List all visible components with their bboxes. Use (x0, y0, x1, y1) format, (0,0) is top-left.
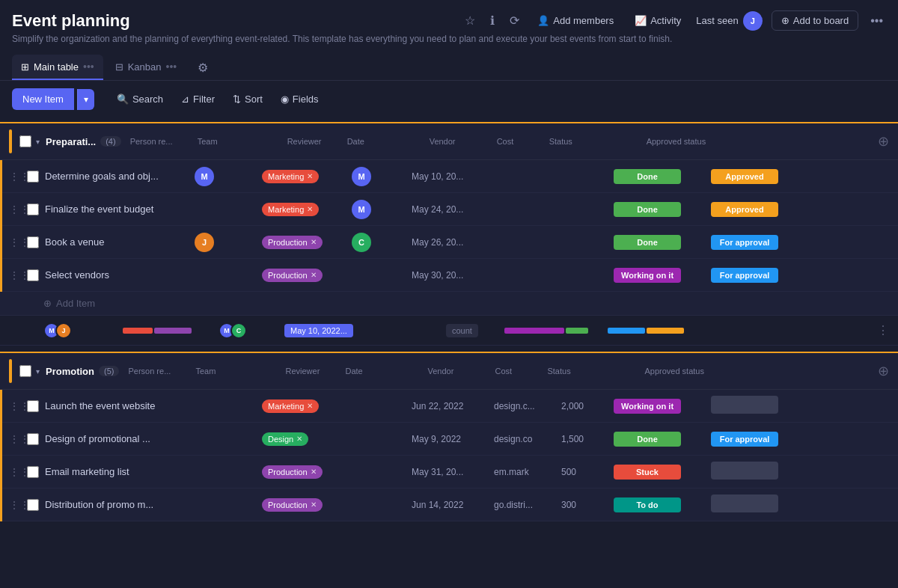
tag-remove-icon[interactable]: ✕ (311, 238, 317, 246)
row-checkbox[interactable] (27, 433, 39, 445)
row-task-name: Distribution of promo m... (45, 499, 195, 510)
team-tag-production: Production ✕ (262, 269, 323, 282)
team-tag-design: Design ✕ (262, 432, 308, 446)
activity-btn[interactable]: 📈 Activity (629, 12, 687, 29)
add-members-btn[interactable]: 👤 Add members (531, 12, 620, 29)
tab-main-table[interactable]: ⊞ Main table ••• (12, 55, 103, 80)
app-title-row: Event planning ☆ ℹ ⟳ 👤 Add members 📈 Act… (12, 10, 886, 31)
approved-badge-forapproval: For approval (711, 268, 778, 283)
promotion-group-checkbox[interactable] (19, 365, 31, 377)
preparation-chevron[interactable]: ▾ (36, 138, 40, 146)
drag-handle-icon[interactable]: ⋮⋮ (9, 236, 27, 248)
drag-handle-icon[interactable]: ⋮⋮ (9, 466, 27, 478)
team-tag-production: Production ✕ (262, 236, 323, 249)
tag-remove-icon[interactable]: ✕ (307, 402, 313, 410)
preparation-section: ▾ Preparati... (4) Person re... Team Rev… (0, 122, 898, 346)
row-status: Done (614, 235, 711, 250)
row-status: Done (614, 432, 711, 447)
promo-add-column-btn[interactable]: ⊕ (878, 363, 889, 379)
search-icon: 🔍 (117, 94, 129, 105)
kanban-icon: ⊟ (115, 61, 123, 73)
drag-handle-icon[interactable]: ⋮⋮ (9, 400, 27, 412)
preparation-group-checkbox[interactable] (19, 135, 31, 147)
approved-badge-approved: Approved (711, 169, 778, 184)
star-icon-btn[interactable]: ☆ (462, 10, 478, 31)
row-task-name: Select vendors (45, 269, 195, 281)
col-header-vendor: Vendor (427, 137, 494, 146)
new-item-dropdown-btn[interactable]: ▾ (77, 89, 94, 110)
preparation-summary-row: M J M C May 10, 2022... count (0, 316, 898, 346)
app-title: Event planning (12, 11, 130, 31)
summary-avatar-j: J (55, 322, 72, 339)
table-row: ⋮⋮ Determine goals and obj... M Marketin… (0, 160, 898, 193)
settings-btn[interactable]: ⚙ (195, 58, 211, 78)
more-options-btn[interactable]: ••• (867, 11, 886, 31)
row-checkbox[interactable] (27, 400, 39, 412)
tab-kanban-dots[interactable]: ••• (166, 61, 177, 73)
drag-handle-icon[interactable]: ⋮⋮ (9, 269, 27, 281)
sort-icon: ⇅ (233, 94, 241, 105)
add-column-btn[interactable]: ⊕ (878, 133, 889, 150)
row-checkbox[interactable] (27, 203, 39, 215)
row-checkbox[interactable] (27, 171, 39, 183)
info-icon-btn[interactable]: ℹ (487, 10, 498, 31)
approved-badge-forapproval: For approval (711, 235, 778, 250)
tag-remove-icon[interactable]: ✕ (307, 205, 313, 213)
add-item-row[interactable]: ⊕ Add Item (0, 292, 898, 316)
row-task-name: Email marketing list (45, 466, 195, 477)
tag-remove-icon[interactable]: ✕ (311, 500, 317, 509)
row-checkbox[interactable] (27, 466, 39, 478)
row-task-name: Book a venue (45, 236, 195, 248)
last-seen-badge: Last seen J (696, 11, 762, 31)
fields-btn[interactable]: ◉ Fields (273, 89, 326, 109)
tab-main-table-dots[interactable]: ••• (83, 61, 94, 73)
tag-remove-icon[interactable]: ✕ (311, 468, 317, 476)
drag-handle-icon[interactable]: ⋮⋮ (9, 499, 27, 511)
promotion-group-count: (5) (99, 366, 119, 376)
row-team: Production ✕ (262, 269, 352, 282)
avatar-j: J (195, 233, 214, 252)
row-status: Working on it (614, 268, 711, 283)
top-header: Event planning ☆ ℹ ⟳ 👤 Add members 📈 Act… (0, 0, 898, 49)
row-checkbox[interactable] (27, 269, 39, 281)
row-approved (711, 494, 808, 515)
tag-remove-icon[interactable]: ✕ (311, 271, 317, 279)
tag-remove-icon[interactable]: ✕ (307, 172, 313, 180)
new-item-btn[interactable]: New Item (12, 88, 74, 110)
drag-handle-icon[interactable]: ⋮⋮ (9, 433, 27, 445)
tag-remove-icon[interactable]: ✕ (296, 435, 302, 443)
promo-col-header-status: Status (544, 367, 641, 376)
row-left-bar (0, 489, 2, 521)
row-left-bar (0, 456, 2, 489)
summary-approved-bar-approved (647, 328, 684, 334)
promotion-chevron[interactable]: ▾ (36, 367, 40, 376)
drag-handle-icon[interactable]: ⋮⋮ (9, 171, 27, 183)
promotion-col-headers: Person re... Team Reviewer Date Vendor C… (125, 367, 878, 376)
drag-handle-icon[interactable]: ⋮⋮ (9, 203, 27, 215)
refresh-icon-btn[interactable]: ⟳ (507, 10, 522, 31)
summary-approved-bars (608, 328, 705, 334)
tab-kanban[interactable]: ⊟ Kanban ••• (106, 55, 186, 80)
status-badge-done: Done (614, 169, 681, 184)
summary-dots-btn[interactable]: ⋮ (877, 323, 889, 337)
row-approved: Approved (711, 202, 808, 217)
fields-icon: ◉ (281, 94, 289, 105)
table-row: ⋮⋮ Distribution of promo m... Production… (0, 489, 898, 521)
row-left-bar (0, 259, 2, 292)
summary-bar-purple (154, 328, 192, 334)
col-header-team: Team (195, 137, 284, 146)
promo-col-header-reviewer: Reviewer (282, 367, 342, 376)
row-person: M (195, 167, 262, 186)
add-to-board-btn[interactable]: ⊕ Add to board (772, 10, 858, 31)
search-btn[interactable]: 🔍 Search (109, 89, 171, 109)
row-checkbox[interactable] (27, 236, 39, 248)
filter-btn[interactable]: ⊿ Filter (174, 89, 222, 109)
row-checkbox[interactable] (27, 499, 39, 511)
row-status: Working on it (614, 399, 711, 414)
reviewer-avatar-m: M (352, 167, 371, 186)
avatar-m: M (195, 167, 214, 186)
promo-group-color-bar (9, 359, 12, 383)
sort-btn[interactable]: ⇅ Sort (225, 89, 270, 109)
row-date: May 10, 20... (412, 171, 494, 182)
row-date: May 30, 20... (412, 270, 494, 281)
